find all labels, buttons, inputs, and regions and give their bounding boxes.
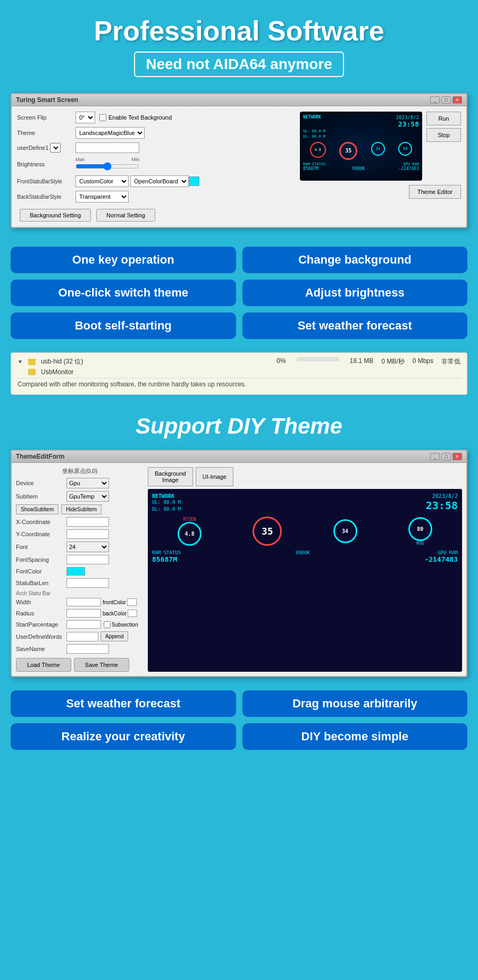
- diy-title: Support DIY Theme: [11, 413, 467, 439]
- diy-screen-preview: NETWORK UL: 80.0 M DL: 80.0 M 2023/8/2 2…: [148, 489, 462, 672]
- screen-preview-inner: NETWORK 2023/8/2 23:58 UL: 80.0 M DL: 80…: [300, 112, 422, 181]
- width-row: Width frontColor: [16, 598, 144, 606]
- subtitle-box: Need not AIDA64 anymore: [134, 52, 344, 77]
- save-name-row: SaveName: [16, 644, 144, 654]
- preview-top-row: NETWORK 2023/8/2 23:58: [303, 115, 419, 128]
- x-coord-input[interactable]: 353: [66, 517, 109, 527]
- subitem-select[interactable]: GpuTemp: [66, 491, 109, 502]
- font-color-swatch[interactable]: [66, 567, 85, 576]
- run-stop-buttons: Run Stop: [426, 112, 461, 142]
- status-bar-len-input[interactable]: [66, 578, 109, 588]
- diy-ram-label: RAM STATUS: [152, 550, 181, 555]
- diy-val1-circle: 34: [333, 519, 357, 543]
- subsection-checkbox[interactable]: [104, 621, 111, 628]
- y-coord-label: Y-Coordinate: [16, 531, 66, 537]
- window-title-text: Turing Smart Screen: [16, 96, 78, 104]
- maximize-button[interactable]: □: [441, 96, 451, 104]
- background-image-button[interactable]: BackgroundImage: [148, 467, 193, 486]
- diy-close-button[interactable]: ✕: [452, 453, 462, 460]
- bottom-feature-drag-mouse: Drag mouse arbitrarily: [242, 690, 468, 717]
- diy-coordinate-title: 坐标原点(0,0): [16, 467, 144, 475]
- diy-header: Support DIY Theme: [0, 403, 478, 444]
- diy-ryzen-label: RYZEN: [178, 517, 202, 522]
- diy-big-circle: 35: [253, 517, 282, 546]
- feature-adjust-brightness: Adjust brightness: [242, 280, 468, 306]
- diy-val2-circle: 80: [408, 517, 432, 541]
- minimize-button[interactable]: _: [430, 96, 440, 104]
- open-color-board-select[interactable]: OpenColorBoard: [130, 175, 189, 187]
- stop-button[interactable]: Stop: [426, 128, 461, 142]
- front-color-label: frontColor: [103, 599, 126, 605]
- diy-rog-label: ROG: [408, 541, 432, 546]
- feature-change-background: Change background: [242, 247, 468, 273]
- width-input[interactable]: [66, 598, 101, 606]
- load-theme-button[interactable]: Load Theme: [16, 658, 71, 672]
- user-define-select[interactable]: ▼: [50, 143, 61, 153]
- normal-setting-button[interactable]: Normal Setting: [96, 209, 155, 222]
- background-setting-button[interactable]: Background Setting: [20, 209, 91, 222]
- user-define-input[interactable]: 9900K: [76, 142, 139, 153]
- brightness-row: Brightness Max Min: [17, 157, 333, 172]
- expand-icon[interactable]: ▼: [18, 359, 23, 365]
- bottom-feature-set-weather: Set weather forecast: [11, 690, 236, 717]
- save-theme-button[interactable]: Save Theme: [74, 658, 129, 672]
- brightness-labels: Max Min: [76, 157, 139, 162]
- header-section: Professional Software Need not AIDA64 an…: [0, 0, 478, 85]
- window-right-panel: NETWORK 2023/8/2 23:58 UL: 80.0 M DL: 80…: [339, 112, 461, 222]
- save-name-input[interactable]: [66, 644, 109, 654]
- append-button[interactable]: Append: [100, 631, 128, 641]
- font-label: Font: [16, 544, 66, 550]
- preview-ram-label: RAM STATUS: [303, 162, 325, 166]
- front-color-swatch[interactable]: [127, 598, 137, 606]
- y-coord-input[interactable]: 146: [66, 529, 109, 539]
- diy-preview-top: NETWORK UL: 80.0 M DL: 80.0 M 2023/8/2 2…: [152, 493, 458, 512]
- diy-upload-dl: UL: 80.0 M DL: 80.0 M: [152, 499, 181, 512]
- user-define-words-input[interactable]: [66, 632, 98, 641]
- status-bar-len-row: StatuBarLen: [16, 578, 144, 588]
- preview-time: 23:58: [396, 120, 419, 128]
- show-hide-buttons: ShowSubItem HideSubItem: [16, 504, 144, 514]
- font-row: Font 24: [16, 542, 144, 552]
- font-spacing-label: FontSpacing: [16, 556, 66, 563]
- diy-maximize-button[interactable]: □: [441, 453, 451, 460]
- resource-stats: 0% 18.1 MB 0 MB/秒 0 Mbps 非常低: [276, 357, 460, 366]
- screen-flip-label: Screen Flip: [17, 114, 76, 121]
- user-define-label: userDefine1 ▼: [17, 143, 76, 153]
- user-define-words-label: UserDefineWords: [16, 633, 66, 640]
- diy-rog-section: 80 ROG: [408, 517, 432, 546]
- close-button[interactable]: ✕: [452, 96, 462, 104]
- front-status-select[interactable]: CustomColor: [76, 175, 129, 187]
- device-select[interactable]: Gpu: [66, 478, 109, 488]
- preview-gpu-label: GPU RAM: [403, 162, 419, 166]
- back-status-select[interactable]: Transparent: [76, 191, 129, 202]
- sub-process-name: UsbMonitor: [41, 368, 73, 376]
- run-button[interactable]: Run: [426, 112, 461, 125]
- ui-image-button[interactable]: UI-Image: [196, 467, 233, 486]
- radius-input[interactable]: [66, 609, 101, 618]
- enable-text-bg-checkbox[interactable]: [99, 114, 106, 121]
- theme-select[interactable]: LandscapeMagicBlue: [76, 127, 145, 139]
- x-coord-label: X-Coordinate: [16, 519, 66, 525]
- diy-ram-gpu-row: RAM STATUS 85687M 9900K GPU RAM -2147483: [152, 550, 458, 563]
- theme-label: Theme: [17, 130, 76, 136]
- network-usage: 0 Mbps: [413, 357, 433, 366]
- window-buttons-row: Background Setting Normal Setting: [17, 209, 333, 222]
- screen-flip-select[interactable]: 0°: [76, 112, 95, 123]
- start-percentage-input[interactable]: [66, 620, 101, 629]
- show-subitem-button[interactable]: ShowSubItem: [16, 504, 58, 514]
- brightness-slider[interactable]: [76, 162, 139, 171]
- diy-minimize-button[interactable]: _: [430, 453, 440, 460]
- font-select[interactable]: 24: [66, 542, 109, 552]
- font-spacing-input[interactable]: 14: [66, 555, 109, 564]
- diy-cpu-name: 9900K: [296, 550, 310, 555]
- theme-editor-button[interactable]: Theme Editor: [409, 185, 461, 199]
- diy-ryzen-section: RYZEN 4.8: [178, 517, 202, 546]
- back-status-row: BackStatuBarStyle Transparent: [17, 191, 333, 202]
- y-coord-row: Y-Coordinate 146: [16, 529, 144, 539]
- hide-subitem-button[interactable]: HideSubItem: [61, 504, 102, 514]
- user-define-row: userDefine1 ▼ 9900K: [17, 142, 333, 153]
- back-color-swatch[interactable]: [128, 610, 137, 617]
- user-define-words-row: UserDefineWords Append: [16, 631, 144, 641]
- preview-bottom-row: RAM STATUS GPU RAM: [303, 162, 419, 166]
- brightness-min: Min: [131, 157, 139, 162]
